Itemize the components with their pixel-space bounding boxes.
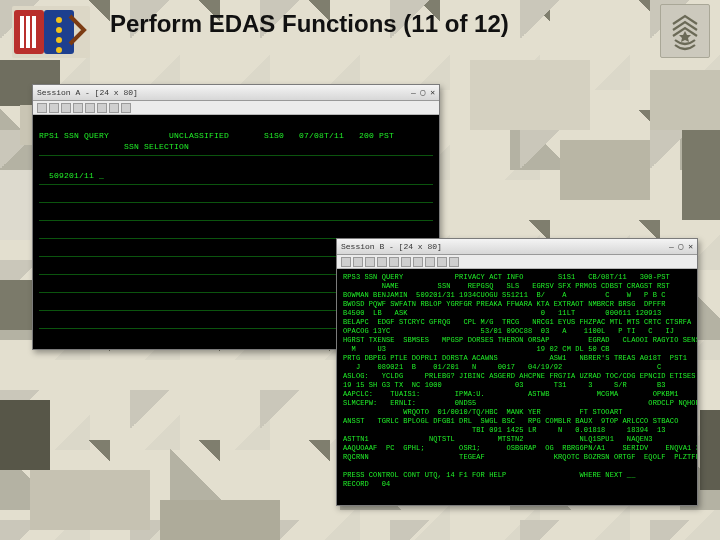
toolbar-icon[interactable] (377, 257, 387, 267)
toolbar-icon[interactable] (121, 103, 131, 113)
toolbar[interactable] (337, 255, 697, 269)
svg-point-8 (56, 47, 62, 53)
svg-point-5 (56, 17, 62, 23)
toolbar-icon[interactable] (49, 103, 59, 113)
window-title: Session A - [24 x 80] (37, 85, 138, 100)
svg-point-6 (56, 27, 62, 33)
toolbar-icon[interactable] (389, 257, 399, 267)
svg-marker-9 (679, 31, 691, 42)
toolbar-icon[interactable] (61, 103, 71, 113)
t1-ssn-input[interactable]: 509201/11 _ (49, 171, 104, 180)
toolbar-icon[interactable] (449, 257, 459, 267)
toolbar-icon[interactable] (85, 103, 95, 113)
rank-insignia (660, 4, 710, 58)
terminal-screen: RPS3 SSN QUERY PRIVACY ACT INFO S1S1 CB/… (337, 269, 697, 505)
toolbar-icon[interactable] (413, 257, 423, 267)
window-controls[interactable]: — ▢ ✕ (411, 85, 435, 100)
toolbar-icon[interactable] (73, 103, 83, 113)
svg-rect-4 (32, 16, 36, 48)
window-title: Session B - [24 x 80] (341, 239, 442, 254)
window-titlebar: Session A - [24 x 80] — ▢ ✕ (33, 85, 439, 101)
t1-subheader: SSN SELECTION (124, 142, 189, 151)
toolbar-icon[interactable] (341, 257, 351, 267)
svg-rect-2 (20, 16, 24, 48)
toolbar[interactable] (33, 101, 439, 115)
terminal-window-detail: Session B - [24 x 80] — ▢ ✕ RPS3 SSN QUE… (336, 238, 698, 506)
window-titlebar: Session B - [24 x 80] — ▢ ✕ (337, 239, 697, 255)
svg-rect-3 (26, 16, 30, 48)
svg-point-7 (56, 37, 62, 43)
t1-header-right: S1S0 07/08T/11 200 PST (264, 131, 394, 140)
adjutant-general-crest (12, 6, 90, 58)
toolbar-icon[interactable] (437, 257, 447, 267)
toolbar-icon[interactable] (353, 257, 363, 267)
t1-header-left: RPS1 SSN QUERY (39, 131, 109, 140)
toolbar-icon[interactable] (97, 103, 107, 113)
toolbar-icon[interactable] (365, 257, 375, 267)
t1-header-center: UNCLASSIFIED (169, 131, 229, 140)
toolbar-icon[interactable] (37, 103, 47, 113)
toolbar-icon[interactable] (109, 103, 119, 113)
toolbar-icon[interactable] (425, 257, 435, 267)
slide-title: Perform EDAS Functions (11 of 12) (110, 10, 509, 38)
toolbar-icon[interactable] (401, 257, 411, 267)
window-controls[interactable]: — ▢ ✕ (669, 239, 693, 254)
